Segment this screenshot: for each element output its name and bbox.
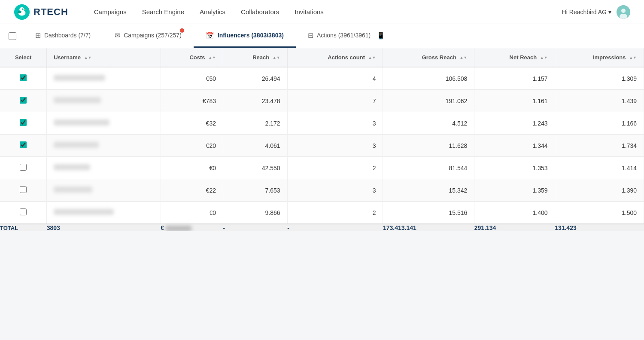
tabs-bar: ⊞ Dashboards (7/7) ✉ Campaigns (257/257)… (0, 24, 644, 48)
mobile-icon: 📱 (377, 31, 385, 40)
actions-count-cell: 2 (287, 157, 383, 179)
username-value (54, 209, 114, 215)
table-row: €322.17234.5121.2431.166 (0, 112, 644, 135)
table-row: €78323.4787191.0621.1611.439 (0, 90, 644, 112)
costs-cell: €20 (161, 135, 223, 157)
row-select-cell (0, 202, 47, 224)
gross-reach-sort: ▲▼ (459, 56, 467, 60)
username-cell (47, 157, 161, 179)
impressions-cell: 1.309 (555, 67, 644, 90)
table-header: Select Username ▲▼ Costs ▲▼ Reach ▲▼ Act… (0, 48, 644, 67)
costs-sort: ▲▼ (208, 56, 216, 60)
reach-cell: 7.653 (223, 179, 287, 202)
nav-analytics[interactable]: Analytics (200, 8, 225, 15)
tab-campaigns[interactable]: ✉ Campaigns (257/257) (103, 24, 194, 48)
costs-cell: €0 (161, 157, 223, 179)
row-checkbox[interactable] (20, 141, 27, 148)
row-select-cell (0, 90, 47, 112)
table-footer: TOTAL 3803 € - - 173.413.141 291.134 131… (0, 224, 644, 231)
username-cell (47, 135, 161, 157)
row-checkbox[interactable] (20, 97, 27, 104)
envelope-icon: ✉ (115, 31, 120, 40)
actions-count-cell: 3 (287, 135, 383, 157)
col-username[interactable]: Username ▲▼ (47, 48, 161, 67)
row-select-cell (0, 112, 47, 135)
impressions-cell: 1.390 (555, 179, 644, 202)
dropdown-icon: ▾ (608, 9, 611, 15)
col-net-reach[interactable]: Net Reach ▲▼ (474, 48, 555, 67)
net-reach-cell: 1.400 (474, 202, 555, 224)
total-actions: - (287, 224, 383, 231)
username-cell (47, 179, 161, 202)
nav-search-engine[interactable]: Search Engine (142, 8, 184, 15)
net-reach-cell: 1.243 (474, 112, 555, 135)
username-value (54, 164, 90, 170)
reach-cell: 23.478 (223, 90, 287, 112)
nav-invitations[interactable]: Invitations (295, 8, 324, 15)
total-costs: € (161, 224, 223, 231)
total-cost-value (166, 226, 191, 231)
row-select-cell (0, 179, 47, 202)
total-count: 3803 (47, 224, 161, 231)
actions-sort: ▲▼ (368, 56, 376, 60)
impressions-cell: 1.414 (555, 157, 644, 179)
col-costs[interactable]: Costs ▲▼ (161, 48, 223, 67)
total-gross-reach: 173.413.141 (383, 224, 474, 231)
net-reach-cell: 1.359 (474, 179, 555, 202)
row-select-cell (0, 67, 47, 90)
tab-influencers-label: Influencers (3803/3803) (218, 32, 284, 39)
net-reach-cell: 1.353 (474, 157, 555, 179)
table-row: €5026.4944106.5081.1571.309 (0, 67, 644, 90)
nav-campaigns[interactable]: Campaigns (94, 8, 127, 15)
col-impressions[interactable]: Impressions ▲▼ (555, 48, 644, 67)
reach-sort: ▲▼ (273, 56, 280, 60)
gross-reach-cell: 15.342 (383, 179, 474, 202)
reach-cell: 26.494 (223, 67, 287, 90)
costs-cell: €22 (161, 179, 223, 202)
username-cell (47, 112, 161, 135)
user-label: Hi Reachbird AG (562, 9, 607, 15)
reach-cell: 42.550 (223, 157, 287, 179)
tab-dashboards-label: Dashboards (7/7) (44, 32, 91, 39)
total-label: TOTAL (0, 224, 47, 231)
table-row: €042.550281.5441.3531.414 (0, 157, 644, 179)
tab-influencers[interactable]: 📅 Influencers (3803/3803) (194, 24, 296, 48)
nav-links: Campaigns Search Engine Analytics Collab… (94, 8, 562, 15)
net-reach-cell: 1.157 (474, 67, 555, 90)
data-table-wrapper: Select Username ▲▼ Costs ▲▼ Reach ▲▼ Act… (0, 48, 644, 231)
svg-point-8 (621, 9, 626, 13)
col-gross-reach[interactable]: Gross Reach ▲▼ (383, 48, 474, 67)
row-checkbox[interactable] (20, 74, 27, 81)
navbar: RTECH Campaigns Search Engine Analytics … (0, 0, 644, 24)
brand-name: RTECH (33, 6, 68, 18)
col-actions-count[interactable]: Actions count ▲▼ (287, 48, 383, 67)
costs-cell: €783 (161, 90, 223, 112)
col-reach[interactable]: Reach ▲▼ (223, 48, 287, 67)
gross-reach-cell: 106.508 (383, 67, 474, 90)
username-value (54, 97, 101, 103)
col-select: Select (0, 48, 47, 67)
logo-icon (14, 4, 30, 20)
user-menu[interactable]: Hi Reachbird AG ▾ (562, 9, 611, 15)
table-row: €204.061311.6281.3441.734 (0, 135, 644, 157)
nav-right: Hi Reachbird AG ▾ (562, 5, 630, 19)
tab-actions-label: Actions (3961/3961) (317, 32, 371, 39)
tab-dashboards[interactable]: ⊞ Dashboards (7/7) (23, 24, 103, 48)
nav-collaborators[interactable]: Collaborators (241, 8, 279, 15)
gross-reach-cell: 191.062 (383, 90, 474, 112)
user-avatar[interactable] (617, 5, 630, 19)
grid-icon: ⊞ (35, 31, 41, 40)
row-checkbox[interactable] (20, 186, 27, 193)
net-reach-sort: ▲▼ (540, 56, 548, 60)
impressions-cell: 1.734 (555, 135, 644, 157)
username-value (54, 75, 105, 81)
tab-actions[interactable]: ⊟ Actions (3961/3961) 📱 (296, 24, 397, 48)
tab-campaigns-label: Campaigns (257/257) (124, 32, 182, 39)
reach-cell: 9.866 (223, 202, 287, 224)
row-checkbox[interactable] (20, 119, 27, 126)
select-all-checkbox[interactable] (9, 32, 16, 40)
row-checkbox[interactable] (20, 164, 27, 171)
impressions-sort: ▲▼ (629, 56, 637, 60)
total-impressions: 131.423 (555, 224, 644, 231)
row-checkbox[interactable] (20, 208, 27, 215)
